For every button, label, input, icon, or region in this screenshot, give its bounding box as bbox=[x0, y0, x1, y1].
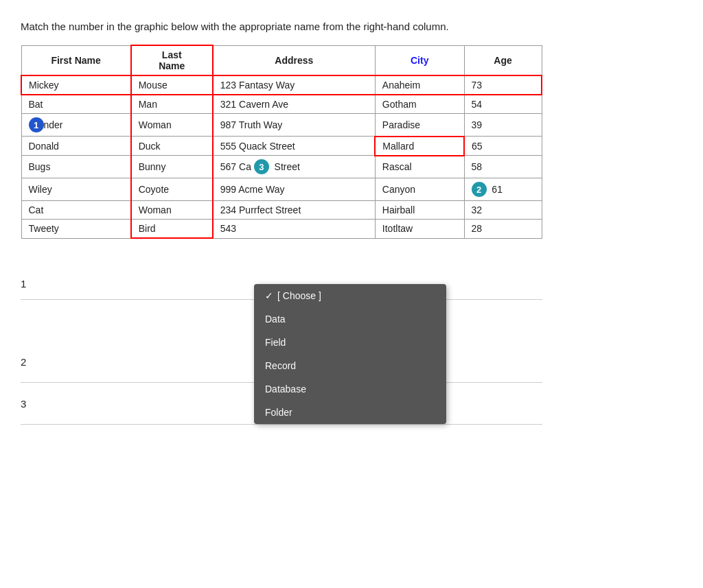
cell-city: Paradise bbox=[375, 114, 464, 137]
cell-city: Gotham bbox=[375, 95, 464, 114]
dropdown-option-choose[interactable]: [ Choose ] bbox=[254, 284, 446, 307]
cell-firstname: Wiley bbox=[21, 178, 131, 201]
cell-address: 123 Fantasy Way bbox=[213, 75, 376, 95]
dropdown-option-database[interactable]: Database bbox=[254, 377, 446, 401]
cell-address: 234 Purrfect Street bbox=[213, 201, 376, 220]
dropdown-open-1[interactable]: [ Choose ] Data Field Record Database Fo… bbox=[254, 284, 446, 424]
cell-age: 2 61 bbox=[464, 178, 542, 201]
col-header-firstname: First Name bbox=[21, 45, 131, 75]
circle-3: 3 bbox=[254, 159, 269, 174]
cell-age: 39 bbox=[464, 114, 542, 137]
table-row: Wiley Coyote 999 Acme Way Canyon 2 61 bbox=[21, 178, 542, 201]
dropdown-option-field[interactable]: Field bbox=[254, 331, 446, 354]
cell-address: 987 Truth Way bbox=[213, 114, 376, 137]
dropdown-option-folder[interactable]: Folder bbox=[254, 401, 446, 424]
cell-firstname: 1nder bbox=[21, 114, 131, 137]
table-row: Bat Man 321 Cavern Ave Gotham 54 bbox=[21, 95, 542, 114]
cell-age: 32 bbox=[464, 201, 542, 220]
dropdown-option-record[interactable]: Record bbox=[254, 354, 446, 377]
col-header-age: Age bbox=[464, 45, 542, 75]
cell-firstname: Donald bbox=[21, 137, 131, 156]
cell-lastname: Man bbox=[131, 95, 213, 114]
circle-2: 2 bbox=[472, 182, 487, 197]
cell-city: Canyon bbox=[375, 178, 464, 201]
table-header-row: First Name LastName Address City Age bbox=[21, 45, 542, 75]
cell-age: 65 bbox=[464, 137, 542, 156]
cell-age: 28 bbox=[464, 220, 542, 239]
cell-age: 54 bbox=[464, 95, 542, 114]
answer-number-3: 3 bbox=[21, 398, 48, 410]
answer-row-1: 1 [ Choose ] Data Field Record Database … bbox=[21, 268, 542, 300]
data-table: First Name LastName Address City Age Mic… bbox=[21, 45, 542, 239]
table-wrapper: First Name LastName Address City Age Mic… bbox=[21, 45, 542, 266]
cell-age: 58 bbox=[464, 156, 542, 178]
cell-city: Itotltaw bbox=[375, 220, 464, 239]
cell-address: 543 bbox=[213, 220, 376, 239]
table-row: 1nder Woman 987 Truth Way Paradise 39 bbox=[21, 114, 542, 137]
cell-lastname: Woman bbox=[131, 114, 213, 137]
dropdown-option-data[interactable]: Data bbox=[254, 307, 446, 331]
cell-lastname: Bird bbox=[131, 220, 213, 239]
cell-lastname: Duck bbox=[131, 137, 213, 156]
cell-firstname: Mickey bbox=[21, 75, 131, 95]
cell-address: 555 Quack Street bbox=[213, 137, 376, 156]
cell-lastname: Coyote bbox=[131, 178, 213, 201]
cell-city-mallard: Mallard bbox=[375, 137, 464, 156]
table-row: Donald Duck 555 Quack Street Mallard 65 bbox=[21, 137, 542, 156]
cell-lastname: Mouse bbox=[131, 75, 213, 95]
cell-firstname: Bugs bbox=[21, 156, 131, 178]
answer-section: 1 [ Choose ] Data Field Record Database … bbox=[21, 268, 542, 425]
cell-city: Hairball bbox=[375, 201, 464, 220]
table-row: Tweety Bird 543 Itotltaw 28 bbox=[21, 220, 542, 239]
cell-firstname: Cat bbox=[21, 201, 131, 220]
table-row: Bugs Bunny 567 Ca 3 Street Rascal 58 bbox=[21, 156, 542, 178]
col-header-lastname: LastName bbox=[131, 45, 213, 75]
cell-address: 999 Acme Way bbox=[213, 178, 376, 201]
cell-age: 73 bbox=[464, 75, 542, 95]
cell-address: 321 Cavern Ave bbox=[213, 95, 376, 114]
cell-firstname: Bat bbox=[21, 95, 131, 114]
table-row: Cat Woman 234 Purrfect Street Hairball 3… bbox=[21, 201, 542, 220]
cell-address: 567 Ca 3 Street bbox=[213, 156, 376, 178]
col-header-address: Address bbox=[213, 45, 376, 75]
col-header-city: City bbox=[375, 45, 464, 75]
cell-firstname: Tweety bbox=[21, 220, 131, 239]
cell-city: Rascal bbox=[375, 156, 464, 178]
instruction-text: Match the number in the graphic below wi… bbox=[21, 21, 682, 32]
cell-city: Anaheim bbox=[375, 75, 464, 95]
table-row: Mickey Mouse 123 Fantasy Way Anaheim 73 bbox=[21, 75, 542, 95]
cell-lastname: Woman bbox=[131, 201, 213, 220]
circle-1: 1 bbox=[29, 117, 44, 132]
answer-number-1: 1 bbox=[21, 278, 48, 290]
cell-lastname: Bunny bbox=[131, 156, 213, 178]
answer-number-2: 2 bbox=[21, 356, 48, 368]
